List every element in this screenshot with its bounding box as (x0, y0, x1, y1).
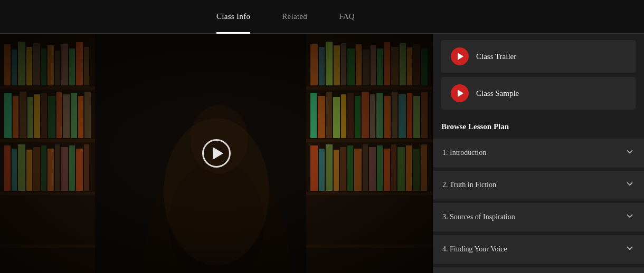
right-panel: Class Trailer Class Sample Browse Lesson… (433, 34, 644, 273)
lesson-item-label: 3. Sources of Inspiration (442, 213, 625, 221)
lesson-plan-section: Browse Lesson Plan (433, 116, 644, 135)
video-panel (0, 34, 433, 273)
lesson-item-label: 1. Introduction (442, 149, 625, 157)
app-container: Class Info Related FAQ (0, 0, 644, 273)
tab-class-info[interactable]: Class Info (201, 0, 266, 34)
trailer-play-icon (451, 47, 469, 65)
tab-faq[interactable]: FAQ (323, 0, 371, 34)
lesson-item[interactable]: 4. Finding Your Voice (433, 235, 644, 264)
lesson-item[interactable]: 3. Sources of Inspiration (433, 203, 644, 232)
video-thumbnail (0, 34, 433, 273)
tab-related[interactable]: Related (266, 0, 323, 34)
quick-actions: Class Trailer Class Sample (433, 34, 644, 116)
lesson-item[interactable]: 1. Introduction (433, 139, 644, 168)
lesson-item-label: 4. Finding Your Voice (442, 245, 625, 253)
lesson-item[interactable]: 5. Developing the Story (433, 267, 644, 273)
lesson-list[interactable]: 1. Introduction2. Truth in Fiction3. Sou… (433, 135, 644, 273)
chevron-down-icon (625, 147, 634, 159)
chevron-down-icon (625, 179, 634, 191)
play-button[interactable] (202, 139, 231, 168)
lesson-item-label: 2. Truth in Fiction (442, 181, 625, 189)
top-nav: Class Info Related FAQ (0, 0, 644, 34)
lesson-item[interactable]: 2. Truth in Fiction (433, 171, 644, 200)
chevron-down-icon (625, 211, 634, 223)
class-sample-button[interactable]: Class Sample (441, 77, 636, 110)
lesson-plan-title: Browse Lesson Plan (441, 122, 636, 131)
main-content: Class Trailer Class Sample Browse Lesson… (0, 34, 644, 273)
sample-play-icon (451, 84, 469, 102)
chevron-down-icon (625, 243, 634, 255)
class-trailer-button[interactable]: Class Trailer (441, 40, 636, 73)
